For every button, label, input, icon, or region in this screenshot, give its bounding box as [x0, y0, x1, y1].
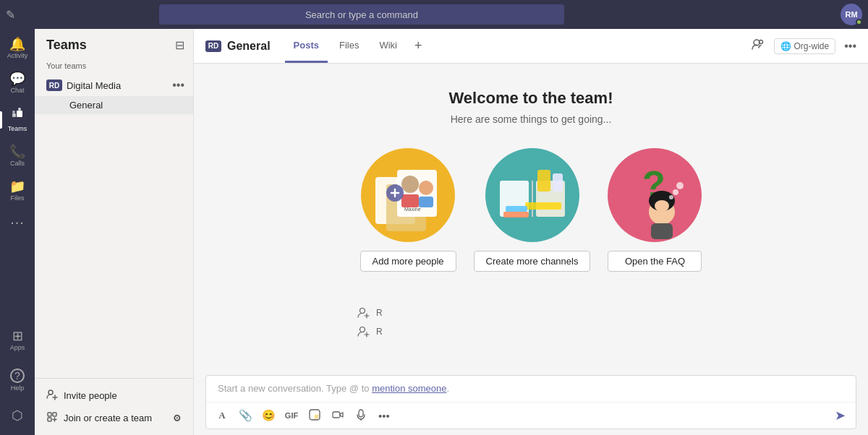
sidebar-item-feedback[interactable]: ⬡ [0, 403, 35, 429]
avatar[interactable]: RM [841, 4, 862, 25]
audio-button[interactable] [351, 405, 371, 426]
meet-icon [332, 409, 344, 423]
avatar-initials: RM [845, 10, 857, 19]
svg-point-40 [676, 182, 684, 189]
gif-icon: GIF [285, 411, 298, 420]
search-bar[interactable]: Search or type a command [159, 4, 564, 25]
channel-more-icon[interactable]: ••• [844, 40, 856, 53]
teams-panel-footer: Invite people Join or create a team ⚙ [35, 378, 193, 435]
sidebar-item-chat[interactable]: 💬 Chat [0, 66, 35, 100]
invite-people-button[interactable]: Invite people [35, 384, 193, 407]
tab-wiki[interactable]: Wiki [370, 29, 406, 63]
sidebar-item-help[interactable]: ? Help [0, 363, 35, 397]
create-channels-button[interactable]: Create more channels [474, 251, 591, 272]
channel-item-general[interactable]: General [35, 96, 193, 114]
add-people-button[interactable]: Add more people [360, 251, 456, 272]
audio-icon [355, 409, 367, 423]
join-row: Join or create a team ⚙ [64, 413, 182, 423]
meet-now-icon[interactable] [751, 37, 765, 55]
attach-icon: 📎 [239, 409, 252, 422]
tab-files[interactable]: Files [331, 29, 367, 63]
svg-rect-24 [419, 197, 433, 207]
join-label: Join or create a team [64, 413, 152, 423]
sticker-icon [309, 409, 320, 423]
teams-icon [10, 107, 25, 124]
add-tab-button[interactable]: + [409, 38, 428, 53]
svg-point-3 [12, 111, 15, 113]
filter-icon[interactable]: ⊟ [175, 38, 184, 52]
svg-point-23 [419, 181, 433, 195]
svg-rect-18 [401, 194, 419, 207]
sidebar-item-apps[interactable]: ⊞ Apps [0, 324, 35, 357]
more-apps-icon: ··· [10, 215, 25, 229]
sidebar-item-activity[interactable]: 🔔 Activity [0, 32, 35, 65]
mention-link[interactable]: mention someone [372, 383, 446, 394]
main-layout: 🔔 Activity 💬 Chat Teams 📞 Calls 📁 [0, 29, 868, 435]
channels-illustration [485, 148, 579, 242]
svg-point-41 [360, 309, 365, 314]
sidebar-item-calls[interactable]: 📞 Calls [0, 139, 35, 173]
apps-label: Apps [10, 344, 25, 351]
send-icon: ➤ [835, 408, 846, 423]
open-faq-button[interactable]: Open the FAQ [608, 251, 702, 272]
attach-button[interactable]: 📎 [235, 405, 255, 426]
files-icon: 📁 [9, 180, 25, 193]
channel-header-right: 🌐 Org-wide ••• [751, 37, 857, 55]
svg-rect-32 [506, 206, 527, 212]
top-bar-right: RM [841, 4, 862, 25]
activity-item-1-icon [357, 306, 370, 319]
calls-icon: 📞 [9, 145, 25, 158]
apps-icon: ⊞ [12, 330, 23, 343]
svg-rect-8 [53, 413, 56, 416]
team-item-digital-media[interactable]: RD Digital Media ••• [35, 74, 193, 96]
gif-button[interactable]: GIF [281, 405, 302, 426]
channel-header: RD General Posts Files Wiki + [194, 29, 868, 64]
top-bar: ✎ Search or type a command RM [0, 0, 868, 29]
sidebar-item-teams[interactable]: Teams [0, 101, 35, 138]
svg-point-36 [655, 200, 669, 212]
welcome-subtitle: Here are some things to get going... [451, 113, 612, 125]
calls-label: Calls [10, 160, 25, 167]
send-button[interactable]: ➤ [830, 405, 850, 426]
activity-area: R R [314, 301, 748, 344]
more-options-button[interactable]: ••• [374, 405, 394, 426]
svg-point-17 [401, 176, 419, 193]
welcome-title: Welcome to the team! [449, 89, 613, 108]
team-more-icon[interactable]: ••• [172, 79, 184, 92]
join-team-button[interactable]: Join or create a team ⚙ [35, 407, 193, 429]
sidebar-item-files[interactable]: 📁 Files [0, 174, 35, 207]
sidebar-item-more[interactable]: ··· [0, 209, 35, 236]
compose-input[interactable]: Start a new conversation. Type @ to ment… [206, 376, 856, 402]
invite-icon [46, 389, 58, 402]
sticker-button[interactable] [305, 405, 325, 426]
edit-icon[interactable]: ✎ [6, 8, 15, 22]
emoji-button[interactable]: 😊 [258, 405, 278, 426]
tab-posts[interactable]: Posts [285, 29, 328, 63]
svg-rect-28 [537, 170, 550, 191]
format-button[interactable]: A [212, 405, 232, 426]
org-wide-button[interactable]: 🌐 Org-wide [774, 38, 836, 54]
invite-label: Invite people [64, 390, 117, 401]
activity-item-1: R [357, 306, 705, 319]
compose-placeholder: Start a new conversation. Type @ to ment… [218, 383, 449, 394]
welcome-card-faq: ? [608, 148, 702, 272]
compose-toolbar: A 📎 😊 GIF [206, 402, 856, 428]
feedback-icon: ⬡ [12, 409, 23, 422]
add-people-illustration: Maxine [361, 148, 455, 242]
channel-name: General [69, 100, 103, 111]
faq-illustration: ? [608, 148, 702, 242]
svg-point-4 [48, 390, 53, 395]
channel-name-header: General [227, 40, 271, 53]
svg-rect-30 [525, 202, 561, 210]
chat-label: Chat [10, 87, 24, 94]
org-wide-label: Org-wide [794, 41, 830, 51]
welcome-card-channels: Create more channels [474, 148, 591, 272]
svg-rect-0 [12, 113, 16, 117]
compose-area: Start a new conversation. Type @ to ment… [205, 375, 856, 429]
svg-point-44 [360, 327, 365, 332]
your-teams-label: Your teams [35, 59, 193, 74]
help-label: Help [11, 384, 25, 392]
meet-button[interactable] [328, 405, 348, 426]
join-settings-icon[interactable]: ⚙ [173, 413, 182, 423]
svg-rect-1 [17, 111, 22, 117]
